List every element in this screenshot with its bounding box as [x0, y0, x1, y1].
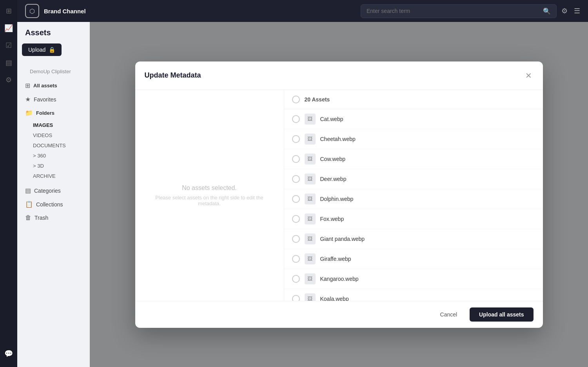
modal-header: Update Metadata ✕ — [135, 61, 543, 90]
upload-button[interactable]: Upload 🔒 — [22, 43, 62, 56]
upload-all-assets-button[interactable]: Upload all assets — [470, 307, 533, 322]
asset-row[interactable]: 🖼 Dolphin.webp — [284, 189, 543, 209]
assets-count: 20 Assets — [305, 96, 330, 103]
sidebar-item-3d[interactable]: > 3D — [22, 161, 85, 171]
asset-thumbnail-2: 🖼 — [305, 154, 316, 165]
modal-title: Update Metadata — [145, 71, 201, 80]
asset-name-9: Koala.webp — [320, 296, 349, 301]
asset-checkbox-0[interactable] — [292, 115, 300, 123]
asset-checkbox-9[interactable] — [292, 295, 300, 301]
sidebar-icon-grid[interactable]: ⊞ — [2, 4, 16, 18]
favorites-icon: ★ — [25, 96, 31, 103]
sidebar-icon-analytics[interactable]: 📈 — [2, 21, 16, 35]
trash-label: Trash — [34, 215, 48, 221]
cancel-button[interactable]: Cancel — [432, 307, 465, 322]
asset-checkbox-6[interactable] — [292, 235, 300, 243]
modal-left-panel: No assets selected. Please select assets… — [135, 90, 284, 301]
asset-checkbox-8[interactable] — [292, 275, 300, 283]
favorites-label: Favorites — [34, 96, 56, 103]
asset-row[interactable]: 🖼 Koala.webp — [284, 289, 543, 301]
sidebar-item-folders[interactable]: 📁 Folders — [22, 107, 85, 119]
modal-body: No assets selected. Please select assets… — [135, 90, 543, 301]
asset-thumbnail-5: 🖼 — [305, 213, 316, 224]
modal-footer: Cancel Upload all assets — [135, 301, 543, 328]
select-all-checkbox[interactable] — [292, 96, 300, 103]
asset-row[interactable]: 🖼 Cheetah.webp — [284, 129, 543, 149]
asset-checkbox-1[interactable] — [292, 135, 300, 143]
asset-name-0: Cat.webp — [320, 116, 343, 122]
sidebar-item-images[interactable]: IMAGES — [22, 120, 85, 130]
no-assets-subtitle: Please select assets on the right side t… — [147, 195, 272, 206]
main-content: Update Metadata ✕ No assets selected. Pl… — [90, 22, 588, 367]
asset-checkbox-4[interactable] — [292, 195, 300, 203]
collections-label: Collections — [36, 201, 63, 208]
filter-icon[interactable]: ⚙ — [561, 7, 568, 15]
asset-row[interactable]: 🖼 Deer.webp — [284, 169, 543, 189]
asset-name-4: Dolphin.webp — [320, 196, 354, 202]
asset-name-6: Giant panda.webp — [320, 236, 365, 242]
sidebar-icon-settings[interactable]: ⚙ — [2, 73, 16, 87]
lock-icon: 🔒 — [49, 47, 55, 53]
modal-right-panel[interactable]: 20 Assets 🖼 Cat.webp 🖼 Cheetah.webp 🖼 Co… — [284, 90, 543, 301]
asset-checkbox-7[interactable] — [292, 255, 300, 263]
modal-close-button[interactable]: ✕ — [524, 69, 534, 82]
sidebar-icon-table[interactable]: ▤ — [2, 56, 16, 70]
sidebar-item-trash[interactable]: 🗑 Trash — [22, 212, 85, 224]
nav-title: Assets — [22, 28, 85, 37]
asset-row[interactable]: 🖼 Cow.webp — [284, 149, 543, 169]
asset-thumbnail-3: 🖼 — [305, 174, 316, 184]
asset-row[interactable]: 🖼 Fox.webp — [284, 209, 543, 229]
sidebar-item-categories[interactable]: ▤ Categories — [22, 184, 85, 197]
asset-list: 🖼 Cat.webp 🖼 Cheetah.webp 🖼 Cow.webp 🖼 D… — [284, 109, 543, 301]
asset-name-5: Fox.webp — [320, 216, 344, 222]
all-assets-icon: ⊞ — [25, 82, 30, 89]
asset-thumbnail-0: 🖼 — [305, 114, 316, 125]
asset-row[interactable]: 🖼 Giant panda.webp — [284, 229, 543, 249]
asset-thumbnail-8: 🖼 — [305, 273, 316, 284]
upload-button-label: Upload — [28, 47, 45, 53]
search-icon: 🔍 — [543, 7, 551, 15]
trash-icon: 🗑 — [25, 214, 31, 221]
folders-label: Folders — [36, 110, 54, 116]
asset-name-8: Kangaroo.webp — [320, 276, 359, 282]
left-icon-sidebar: ⊞ 📈 ☑ ▤ ⚙ 💬 — [0, 0, 17, 367]
asset-row[interactable]: 🖼 Kangaroo.webp — [284, 269, 543, 289]
asset-checkbox-2[interactable] — [292, 155, 300, 163]
update-metadata-modal: Update Metadata ✕ No assets selected. Pl… — [135, 61, 543, 328]
modal-overlay: Update Metadata ✕ No assets selected. Pl… — [90, 22, 588, 367]
app-brand: Brand Channel — [44, 8, 86, 14]
sidebar-item-videos[interactable]: VIDEOS — [22, 130, 85, 140]
search-input[interactable] — [367, 8, 540, 14]
nav-sidebar: Assets Upload 🔒 DemoUp Cliplister ⊞ All … — [17, 22, 90, 367]
app-logo: ⬡ — [25, 4, 39, 18]
menu-icon[interactable]: ☰ — [574, 7, 580, 15]
search-bar[interactable]: 🔍 — [361, 4, 557, 18]
asset-row[interactable]: 🖼 Cat.webp — [284, 109, 543, 129]
asset-name-2: Cow.webp — [320, 156, 346, 162]
categories-icon: ▤ — [25, 187, 31, 194]
sidebar-icon-tasks[interactable]: ☑ — [2, 38, 16, 52]
assets-header: 20 Assets — [284, 90, 543, 109]
sidebar-item-documents[interactable]: DOCUMENTS — [22, 141, 85, 150]
folders-icon: 📁 — [25, 109, 33, 117]
asset-name-3: Deer.webp — [320, 176, 347, 182]
collections-icon: 📋 — [25, 201, 33, 208]
sidebar-item-360[interactable]: > 360 — [22, 151, 85, 161]
asset-thumbnail-7: 🖼 — [305, 253, 316, 264]
asset-checkbox-5[interactable] — [292, 215, 300, 223]
asset-name-1: Cheetah.webp — [320, 136, 356, 142]
categories-label: Categories — [34, 188, 61, 194]
no-assets-title: No assets selected. — [182, 184, 237, 192]
sidebar-item-collections[interactable]: 📋 Collections — [22, 198, 85, 211]
asset-name-7: Giraffe.webp — [320, 256, 351, 262]
topbar-actions: ⚙ ☰ — [561, 7, 580, 15]
breadcrumb: DemoUp Cliplister — [22, 64, 85, 79]
sidebar-item-all-assets[interactable]: ⊞ All assets — [22, 79, 85, 92]
asset-row[interactable]: 🖼 Giraffe.webp — [284, 249, 543, 269]
sidebar-icon-chat[interactable]: 💬 — [2, 347, 16, 361]
sidebar-item-favorites[interactable]: ★ Favorites — [22, 93, 85, 106]
asset-checkbox-3[interactable] — [292, 175, 300, 183]
asset-thumbnail-9: 🖼 — [305, 293, 316, 301]
all-assets-label: All assets — [33, 83, 57, 89]
sidebar-item-archive[interactable]: ARCHIVE — [22, 171, 85, 181]
